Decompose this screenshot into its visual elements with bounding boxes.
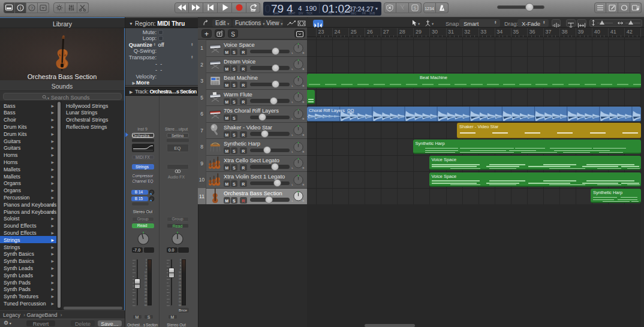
svg-text:?: ?: [31, 5, 34, 10]
svg-text:S: S: [413, 5, 416, 11]
svg-text:i: i: [20, 5, 21, 10]
